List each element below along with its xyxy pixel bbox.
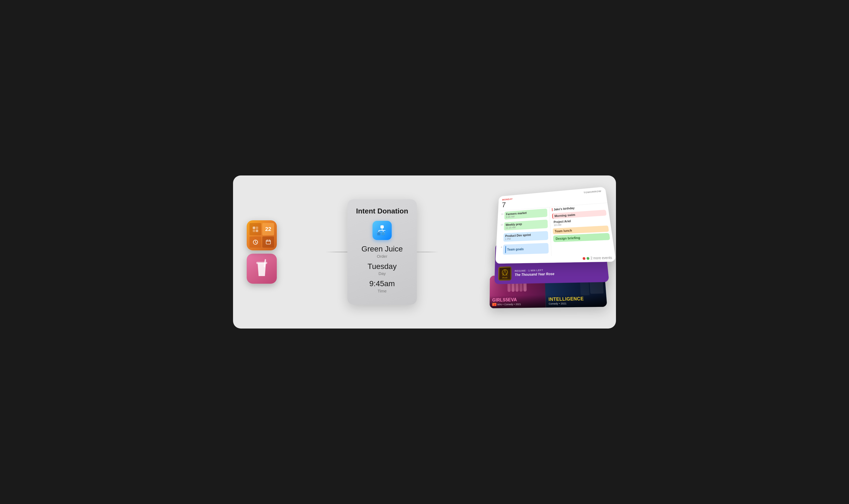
widget-cell-1 — [249, 223, 261, 235]
cal-event-team-lunch: Team lunch — [553, 226, 609, 234]
widget-cell-2: 22 — [262, 223, 274, 235]
cal-event-weekly: Weekly prep 11:15 AM — [504, 219, 548, 230]
intent-card-title: Intent Donation — [356, 207, 409, 215]
more-dot-red — [582, 257, 585, 260]
movie1-meta: 🍅 90% • Comedy • 2021 — [492, 302, 543, 306]
podcast-thumb-2: ATLAS — [498, 267, 512, 281]
rt-badge: 🍅 — [492, 303, 497, 306]
right-section: MONDAY 7 TOMORROW 11 Farm — [487, 192, 602, 312]
svg-rect-20 — [377, 232, 380, 235]
right-connector — [417, 252, 439, 252]
intent-donation-card: Intent Donation — [347, 199, 417, 305]
center-section: Intent Donation — [277, 199, 487, 305]
widget-cell-3 — [249, 236, 261, 248]
intent-field-item: Green Juice Order — [356, 245, 409, 258]
cal-time-12: 12 — [500, 222, 503, 226]
calendar-card: MONDAY 7 TOMORROW 11 Farm — [495, 187, 616, 264]
svg-rect-1 — [256, 227, 258, 229]
movie-overlay-2: INTELLIGENCE Comedy • 2021 — [546, 294, 607, 308]
podcast-info-2: RESUME · 1 MIN LEFT The Thousand Year Ro… — [515, 267, 604, 277]
movie2-title: INTELLIGENCE — [549, 296, 604, 302]
intent-field-day: Tuesday Day — [356, 263, 409, 276]
drink-cup-icon — [255, 260, 269, 277]
team-goals-bar — [505, 246, 506, 253]
left-app-icons: 22 — [247, 220, 277, 284]
svg-text:ATLAS: ATLAS — [502, 276, 507, 278]
left-connector — [326, 252, 347, 252]
more-dot-green — [586, 257, 589, 260]
movie1-title: GIRLS5EVA — [492, 297, 543, 303]
main-frame: 22 Intent Donation — [233, 176, 616, 328]
svg-rect-5 — [266, 240, 271, 244]
widget-app-icon[interactable]: 22 — [247, 220, 277, 250]
cal-event-team-goals: Team goals — [503, 243, 549, 255]
cal-event-product-dev: Product Dev sprint 1 PM — [503, 231, 548, 241]
intent-field-time: 9:45am Time — [356, 280, 409, 293]
widget-cell-4 — [262, 236, 274, 248]
cal-event-design-briefing: Design briefing — [553, 233, 610, 242]
intent-app-icon — [372, 221, 392, 240]
movie-overlay-1: GIRLS5EVA 🍅 90% • Comedy • 2021 — [490, 295, 546, 308]
cal-time-4: 4 — [498, 245, 502, 249]
cal-event-project-ariel: Project Ariel 10 AM — [553, 217, 608, 227]
cal-time-11: 11 — [500, 212, 504, 215]
svg-rect-21 — [382, 232, 385, 235]
svg-rect-2 — [253, 230, 255, 232]
cal-tomorrow-label: TOMORROW — [549, 190, 602, 197]
cal-event-farmers: Farmers market 9:45 AM — [504, 209, 548, 219]
drink-app-icon[interactable] — [247, 254, 277, 284]
movie2-meta: Comedy • 2021 — [549, 302, 604, 305]
svg-rect-22 — [380, 226, 384, 228]
cards-stack: MONDAY 7 TOMORROW 11 Farm — [487, 192, 602, 312]
svg-rect-3 — [256, 230, 258, 232]
cal-time-1 — [499, 233, 503, 235]
svg-rect-0 — [253, 227, 255, 229]
